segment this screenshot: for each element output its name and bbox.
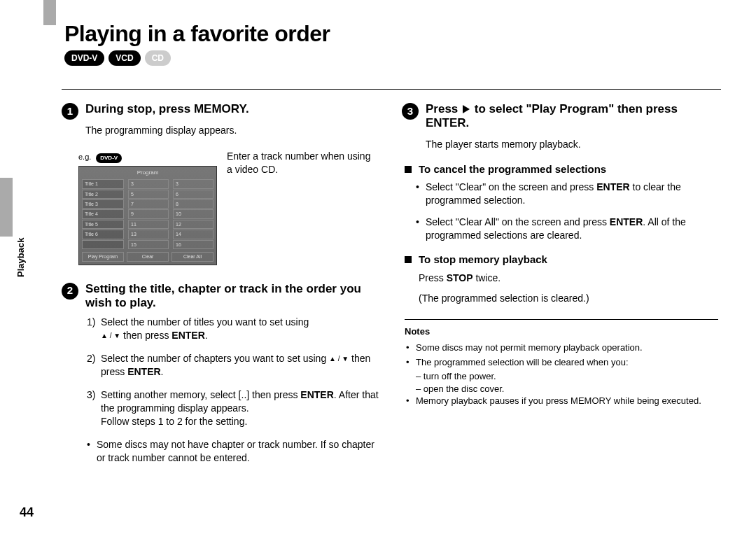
- cancel-bullet-1: • Select "Clear" on the screen and press…: [416, 181, 721, 207]
- right-column: 3 Press to select "Play Program" then pr…: [402, 102, 721, 464]
- square-bullet-icon: [405, 166, 412, 173]
- note-2: •The programmed selection will be cleare…: [406, 356, 721, 369]
- step-1: 1 During stop, press MEMORY.: [62, 102, 381, 120]
- substep-2: Select the number of chapters you want t…: [87, 352, 381, 379]
- side-section-label: Playback: [15, 238, 26, 277]
- cancel-heading-row: To cancel the programmed selections: [405, 162, 721, 176]
- osd-title: Program: [82, 169, 214, 177]
- step-2-heading: Setting the title, chapter or track in t…: [85, 282, 381, 311]
- media-badges: DVD-V VCD CD: [64, 50, 171, 66]
- eg-badge: DVD-V: [96, 153, 122, 163]
- page-title: Playing in a favorite order: [64, 21, 330, 47]
- step-number-1: 1: [62, 103, 78, 120]
- note-2b: – open the disc cover.: [416, 383, 721, 395]
- stop-line-1: Press STOP twice.: [419, 272, 721, 285]
- stop-heading: To stop memory playback: [419, 253, 547, 267]
- left-column: 1 During stop, press MEMORY. The program…: [62, 102, 381, 464]
- osd-grid: Title 133 Title 256 Title 378 Title 4910…: [82, 179, 214, 249]
- note-2a: – turn off the power.: [416, 370, 721, 383]
- step-1-body: The programming display appears.: [85, 124, 381, 137]
- badge-dvdv: DVD-V: [64, 50, 104, 66]
- stop-heading-row: To stop memory playback: [405, 253, 721, 267]
- step-1-heading: During stop, press MEMORY.: [85, 102, 249, 116]
- notes-divider: [405, 319, 718, 320]
- step-3-body: The player starts memory playback.: [426, 138, 721, 151]
- cancel-bullet-2: • Select "Clear All" on the screen and p…: [416, 216, 721, 242]
- notes-heading: Notes: [405, 325, 721, 338]
- divider-top: [62, 89, 721, 90]
- step-number-2: 2: [62, 283, 78, 300]
- stop-line-2: (The programmed selection is cleared.): [419, 292, 721, 305]
- step-2: 2 Setting the title, chapter or track in…: [62, 282, 381, 311]
- step-number-3: 3: [402, 103, 419, 120]
- cancel-heading: To cancel the programmed selections: [419, 162, 606, 176]
- badge-vcd: VCD: [108, 50, 140, 66]
- step-3-heading: Press to select "Play Program" then pres…: [426, 102, 721, 131]
- osd-btn-clearall: Clear All: [172, 252, 214, 261]
- osd-buttons: Play Program Clear Clear All: [82, 252, 214, 261]
- note-3: •Memory playback pauses if you press MEM…: [406, 395, 721, 407]
- step-3: 3 Press to select "Play Program" then pr…: [402, 102, 721, 131]
- osd-screenshot: Program Title 133 Title 256 Title 378 Ti…: [78, 166, 217, 265]
- example-row: e.g. DVD-V Program Title 133 Title 256 T…: [78, 150, 381, 265]
- note-1: •Some discs may not permit memory playba…: [406, 342, 721, 354]
- up-down-icon: ▲ / ▼: [101, 331, 120, 341]
- square-bullet-icon: [405, 256, 412, 263]
- step-2-substeps: Select the number of titles you want to …: [87, 316, 381, 428]
- side-thumb-tab: [0, 178, 13, 237]
- top-thumb-tab: [43, 0, 56, 25]
- substep-3: Setting another memory, select [..] then…: [87, 388, 381, 428]
- step-2-note: • Some discs may not have chapter or tra…: [87, 438, 381, 465]
- osd-caption: Enter a track number when using a video …: [227, 150, 374, 176]
- page-number: 44: [20, 505, 34, 520]
- play-icon: [463, 105, 470, 113]
- osd-btn-play: Play Program: [82, 252, 124, 261]
- up-down-icon: ▲ / ▼: [329, 354, 349, 364]
- osd-btn-clear: Clear: [127, 252, 169, 261]
- substep-1: Select the number of titles you want to …: [87, 316, 381, 342]
- badge-cd: CD: [145, 50, 171, 66]
- eg-label: e.g.: [78, 151, 91, 161]
